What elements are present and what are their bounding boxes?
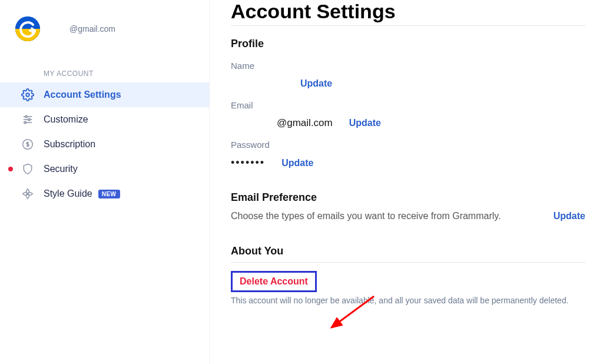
about-heading: About You [231,245,585,263]
sidebar-item-customize[interactable]: Customize [0,107,209,132]
sliders-icon [21,113,34,126]
svg-point-5 [28,118,30,120]
page-title: Account Settings [231,0,585,26]
email-value [231,117,260,129]
name-row: Update [231,78,585,90]
sidebar-section-label: MY ACCOUNT [0,59,209,82]
email-pref-update-link[interactable]: Update [554,211,585,221]
sidebar-item-label: Security [44,164,78,174]
sidebar-item-style-guide[interactable]: Style Guide NEW [0,181,209,206]
user-email: @gmail.com [69,24,115,34]
name-label: Name [231,61,585,71]
sidebar-item-label: Subscription [44,139,95,150]
email-update-link[interactable]: Update [349,118,381,128]
grammarly-logo-icon [15,16,40,41]
svg-point-7 [24,121,26,123]
svg-point-3 [25,115,27,117]
gear-icon [21,88,34,101]
sidebar-header: @gmail.com [0,16,209,59]
new-badge: NEW [98,190,120,198]
notification-dot-icon [8,167,13,171]
sidebar-item-label: Account Settings [44,90,121,100]
profile-heading: Profile [231,38,585,50]
delete-account-description: This account will no longer be available… [231,296,585,305]
password-update-link[interactable]: Update [281,158,313,168]
email-pref-heading: Email Preference [231,191,585,204]
password-row: ••••••• Update [231,157,585,169]
sidebar-item-subscription[interactable]: Subscription [0,132,209,157]
main-content: Account Settings Profile Name Update Ema… [210,0,603,364]
delete-account-link[interactable]: Delete Account [240,276,308,286]
sidebar-item-account-settings[interactable]: Account Settings [0,82,209,107]
name-value [231,78,284,90]
email-row: @gmail.com Update [231,117,585,129]
dollar-icon [21,138,34,151]
email-pref-row: Choose the types of emails you want to r… [231,211,585,221]
name-update-link[interactable]: Update [300,78,332,89]
sidebar-item-label: Customize [44,114,88,125]
password-value: ••••••• [231,157,265,169]
leaf-icon [21,187,34,200]
sidebar-item-security[interactable]: Security [0,157,209,181]
email-pref-text: Choose the types of emails you want to r… [231,211,501,221]
sidebar: @gmail.com MY ACCOUNT Account Settings C… [0,0,210,364]
svg-point-1 [26,93,29,97]
email-label: Email [231,100,585,110]
shield-icon [21,163,34,176]
delete-account-highlight-box: Delete Account [231,271,317,292]
email-value-domain: @gmail.com [277,117,333,129]
password-label: Password [231,140,585,150]
sidebar-item-label: Style Guide [44,188,92,199]
